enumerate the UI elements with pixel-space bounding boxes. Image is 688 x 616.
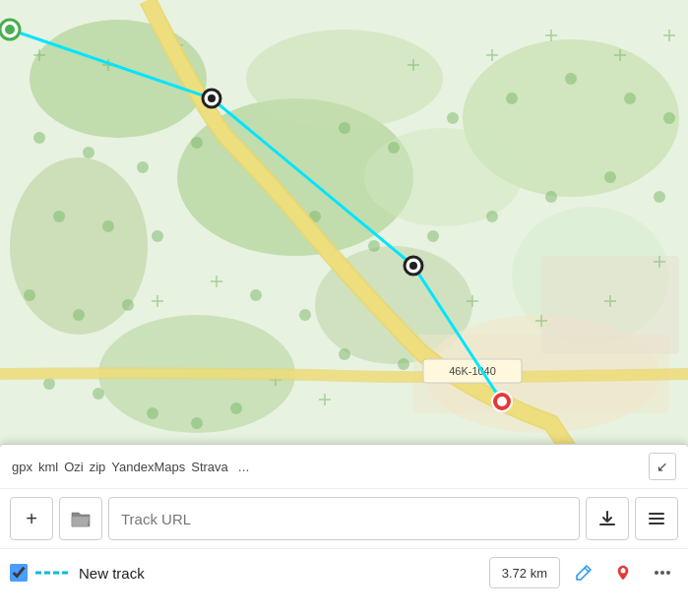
svg-point-38 xyxy=(299,309,311,321)
svg-point-30 xyxy=(486,211,498,222)
format-strava[interactable]: Strava xyxy=(191,460,228,474)
svg-point-20 xyxy=(506,92,518,104)
svg-point-24 xyxy=(53,211,65,222)
download-button[interactable] xyxy=(586,497,629,540)
track-distance-button[interactable]: 3.72 km xyxy=(489,557,560,588)
svg-point-39 xyxy=(339,348,350,360)
svg-point-16 xyxy=(191,137,203,149)
format-zip[interactable]: zip xyxy=(90,460,106,474)
svg-point-96 xyxy=(655,571,658,575)
svg-point-87 xyxy=(497,397,507,406)
svg-point-81 xyxy=(5,25,15,34)
bottom-panel: gpx kml Ozi zip YandexMaps Strava ... ↙ … xyxy=(0,444,688,616)
svg-line-92 xyxy=(585,568,589,572)
track-more-button[interactable] xyxy=(647,557,678,588)
track-name: New track xyxy=(79,565,481,582)
svg-point-37 xyxy=(250,289,262,301)
svg-point-83 xyxy=(208,94,216,102)
format-ozi[interactable]: Ozi xyxy=(64,460,84,474)
svg-point-36 xyxy=(122,299,134,311)
svg-text:46K-1040: 46K-1040 xyxy=(449,365,496,377)
format-gpx[interactable]: gpx xyxy=(12,460,32,474)
format-bar: gpx kml Ozi zip YandexMaps Strava ... ↙ xyxy=(0,445,688,489)
svg-point-13 xyxy=(33,132,45,144)
svg-point-43 xyxy=(147,407,158,419)
svg-point-31 xyxy=(545,191,557,203)
svg-point-29 xyxy=(427,230,439,242)
collapse-button[interactable]: ↙ xyxy=(649,453,676,480)
svg-point-32 xyxy=(604,171,616,183)
svg-point-17 xyxy=(339,122,350,134)
svg-point-35 xyxy=(73,309,85,321)
svg-point-33 xyxy=(654,191,665,203)
svg-point-21 xyxy=(565,73,577,85)
toolbar: + xyxy=(0,489,688,549)
svg-point-34 xyxy=(24,289,35,301)
svg-point-41 xyxy=(43,378,55,390)
svg-point-14 xyxy=(83,147,94,158)
track-bar: New track 3.72 km xyxy=(0,549,688,596)
svg-point-97 xyxy=(660,571,664,575)
download-icon xyxy=(597,509,617,528)
svg-point-26 xyxy=(152,230,163,242)
svg-point-7 xyxy=(364,128,522,226)
svg-point-18 xyxy=(388,142,400,154)
svg-point-85 xyxy=(409,262,417,270)
open-file-button[interactable] xyxy=(59,497,102,540)
svg-point-42 xyxy=(93,388,104,400)
track-checkbox[interactable] xyxy=(10,564,28,582)
track-line-sample xyxy=(35,566,71,580)
svg-point-19 xyxy=(447,112,459,124)
hamburger-icon xyxy=(647,509,666,528)
svg-point-8 xyxy=(246,30,443,128)
open-folder-icon xyxy=(70,508,92,529)
svg-point-40 xyxy=(398,358,409,370)
pencil-icon xyxy=(575,564,593,582)
svg-point-98 xyxy=(666,571,670,575)
track-url-input[interactable] xyxy=(108,497,580,540)
svg-point-15 xyxy=(137,161,149,173)
svg-point-23 xyxy=(663,112,675,124)
menu-button[interactable] xyxy=(635,497,678,540)
svg-point-28 xyxy=(368,240,380,252)
track-add-waypoint-button[interactable] xyxy=(607,557,639,588)
map-area[interactable]: 46K-1040 xyxy=(0,0,688,453)
add-button[interactable]: + xyxy=(10,497,53,540)
svg-point-45 xyxy=(230,402,242,414)
waypoint-icon xyxy=(614,564,632,582)
format-yandex[interactable]: YandexMaps xyxy=(111,460,185,474)
format-more-button[interactable]: ... xyxy=(234,457,254,476)
more-options-icon xyxy=(654,564,671,582)
svg-point-44 xyxy=(191,417,203,429)
track-edit-button[interactable] xyxy=(568,557,599,588)
format-kml[interactable]: kml xyxy=(38,460,58,474)
svg-point-22 xyxy=(624,92,636,104)
svg-point-25 xyxy=(102,220,114,232)
